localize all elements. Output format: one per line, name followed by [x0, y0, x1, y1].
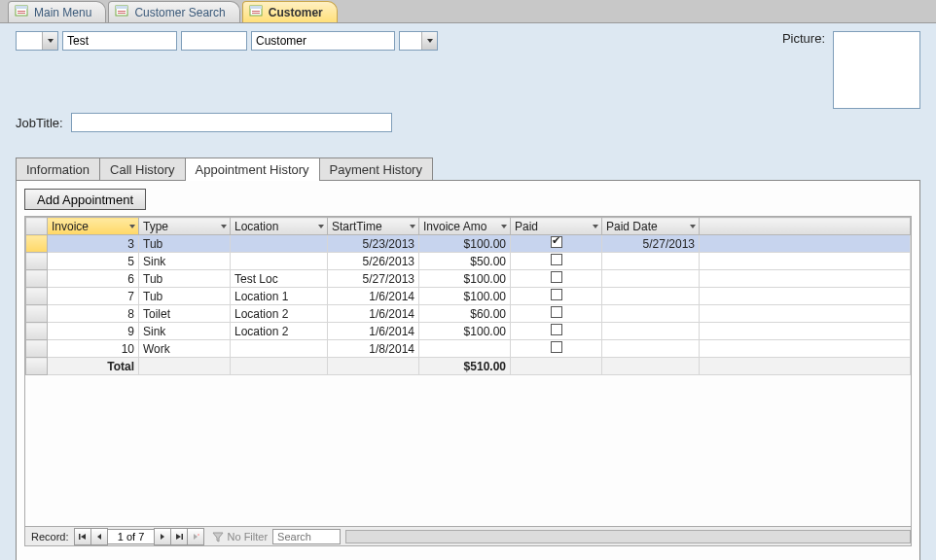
cell-location[interactable] [231, 340, 328, 358]
recnav-new-button[interactable] [187, 528, 204, 545]
row-header[interactable] [26, 270, 48, 288]
table-row[interactable]: 3Tub5/23/2013$100.005/27/2013 [26, 235, 911, 253]
chevron-down-icon[interactable] [689, 220, 697, 233]
cell-location[interactable]: Location 1 [231, 288, 328, 305]
cell-invoice[interactable]: 8 [48, 305, 139, 323]
recnav-position-input[interactable] [107, 529, 156, 544]
column-type[interactable]: Type [139, 218, 231, 235]
column-paid[interactable]: Paid [511, 218, 602, 235]
doc-tab-main-menu[interactable]: Main Menu [8, 1, 106, 22]
chevron-down-icon[interactable] [500, 220, 508, 233]
cell-invoice[interactable]: 5 [48, 253, 139, 270]
cell-paid[interactable] [511, 340, 602, 358]
cell-paid-date[interactable] [602, 270, 700, 288]
cell-paid-date[interactable] [602, 288, 700, 305]
tab-information[interactable]: Information [16, 158, 100, 181]
cell-paid[interactable] [511, 288, 602, 305]
checkbox-icon[interactable] [551, 306, 562, 318]
cell-starttime[interactable]: 1/6/2014 [328, 288, 419, 305]
chevron-down-icon[interactable] [128, 220, 136, 233]
suffix-input[interactable] [400, 32, 421, 50]
cell-paid[interactable] [511, 305, 602, 323]
column-location[interactable]: Location [231, 218, 328, 235]
prefix-input[interactable] [17, 32, 42, 50]
cell-starttime[interactable]: 5/23/2013 [328, 235, 419, 253]
table-row[interactable]: 6TubTest Loc5/27/2013$100.00 [26, 270, 911, 288]
recnav-first-button[interactable] [74, 528, 91, 545]
row-header[interactable] [26, 235, 48, 253]
column-starttime[interactable]: StartTime [328, 218, 419, 235]
table-row[interactable]: 9SinkLocation 21/6/2014$100.00 [26, 323, 911, 340]
horizontal-scrollbar[interactable] [345, 530, 911, 543]
tab-payment-history[interactable]: Payment History [319, 158, 433, 181]
cell-amount[interactable] [419, 340, 511, 358]
cell-starttime[interactable]: 1/8/2014 [328, 340, 419, 358]
chevron-down-icon[interactable] [42, 32, 57, 50]
recnav-next-button[interactable] [154, 528, 171, 545]
cell-invoice[interactable]: 10 [48, 340, 139, 358]
cell-location[interactable]: Location 2 [231, 305, 328, 323]
recnav-prev-button[interactable] [90, 528, 108, 545]
recnav-last-button[interactable] [170, 528, 188, 545]
table-row[interactable]: 10Work1/8/2014 [26, 340, 911, 358]
cell-amount[interactable]: $100.00 [419, 323, 511, 340]
tab-call-history[interactable]: Call History [99, 158, 185, 181]
chevron-down-icon[interactable] [220, 220, 228, 233]
checkbox-icon[interactable] [551, 254, 562, 265]
table-row[interactable]: 5Sink5/26/2013$50.00 [26, 253, 911, 270]
row-header[interactable] [26, 340, 48, 358]
row-header-corner[interactable] [26, 218, 48, 235]
cell-starttime[interactable]: 1/6/2014 [328, 305, 419, 323]
cell-type[interactable]: Tub [139, 235, 231, 253]
doc-tab-customer-search[interactable]: Customer Search [108, 1, 239, 22]
cell-invoice[interactable]: 6 [48, 270, 139, 288]
cell-amount[interactable]: $100.00 [419, 235, 511, 253]
column-invoice-amo[interactable]: Invoice Amo [419, 218, 511, 235]
row-header[interactable] [26, 305, 48, 323]
row-header[interactable] [26, 288, 48, 305]
chevron-down-icon[interactable] [592, 220, 599, 233]
middle-name-input[interactable] [182, 32, 246, 50]
recnav-search-input[interactable] [272, 529, 341, 544]
cell-location[interactable]: Test Loc [231, 270, 328, 288]
chevron-down-icon[interactable] [409, 220, 416, 233]
cell-type[interactable]: Sink [139, 253, 231, 270]
cell-paid[interactable] [511, 235, 602, 253]
chevron-down-icon[interactable] [317, 220, 325, 233]
recnav-filter[interactable]: No Filter [212, 531, 269, 542]
cell-paid[interactable] [511, 323, 602, 340]
cell-starttime[interactable]: 5/26/2013 [328, 253, 419, 270]
chevron-down-icon[interactable] [421, 32, 437, 50]
suffix-combo[interactable] [399, 31, 438, 51]
cell-paid[interactable] [511, 270, 602, 288]
first-name-input[interactable] [63, 32, 176, 50]
cell-starttime[interactable]: 5/27/2013 [328, 270, 419, 288]
checkbox-icon[interactable] [551, 341, 562, 353]
cell-paid-date[interactable] [602, 323, 700, 340]
checkbox-icon[interactable] [551, 324, 562, 335]
cell-paid-date[interactable] [602, 253, 700, 270]
cell-invoice[interactable]: 3 [48, 235, 139, 253]
column-paid-date[interactable]: Paid Date [602, 218, 700, 235]
cell-type[interactable]: Work [139, 340, 231, 358]
tab-appointment-history[interactable]: Appointment History [185, 158, 320, 181]
cell-amount[interactable]: $60.00 [419, 305, 511, 323]
add-appointment-button[interactable]: Add Appointment [24, 189, 146, 210]
cell-location[interactable]: Location 2 [231, 323, 328, 340]
cell-location[interactable] [231, 253, 328, 270]
cell-location[interactable] [231, 235, 328, 253]
cell-type[interactable]: Sink [139, 323, 231, 340]
cell-amount[interactable]: $100.00 [419, 288, 511, 305]
checkbox-icon[interactable] [551, 271, 562, 283]
cell-type[interactable]: Tub [139, 270, 231, 288]
table-row[interactable]: 8ToiletLocation 21/6/2014$60.00 [26, 305, 911, 323]
cell-type[interactable]: Toilet [139, 305, 231, 323]
table-row[interactable]: 7TubLocation 11/6/2014$100.00 [26, 288, 911, 305]
row-header[interactable] [26, 253, 48, 270]
cell-paid-date[interactable] [602, 305, 700, 323]
doc-tab-customer[interactable]: Customer [242, 1, 338, 22]
row-header[interactable] [26, 323, 48, 340]
picture-box[interactable] [833, 31, 920, 109]
last-name-input[interactable] [252, 32, 394, 50]
cell-amount[interactable]: $50.00 [419, 253, 511, 270]
